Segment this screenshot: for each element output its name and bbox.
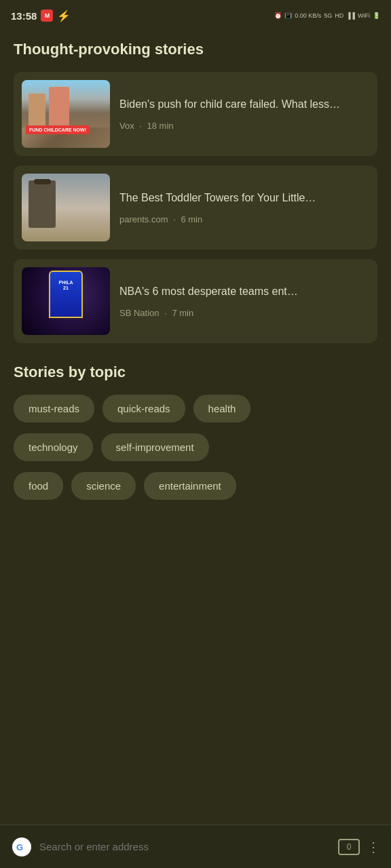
status-bar: 13:58 M ⚡ ⏰ 📳 0.00 KB/s 5G HD ▐▐ WiFi 🔋 [0, 0, 391, 30]
svg-text:G: G [16, 842, 23, 852]
meta-dot-1: · [139, 121, 144, 131]
topic-chip-technology[interactable]: technology [14, 433, 93, 461]
story-readtime-2: 6 min [181, 214, 202, 224]
more-menu-icon[interactable]: ⋮ [367, 839, 380, 855]
browser-bar: G 0 ⋮ [0, 825, 391, 868]
vibrate-icon: 📳 [284, 12, 292, 19]
story-source-3: SB Nation [119, 308, 160, 318]
status-bar-left: 13:58 M ⚡ [11, 9, 71, 22]
signal-bars-icon: ▐▐ [346, 12, 355, 19]
data-speed: 0.00 KB/s [295, 12, 321, 19]
wifi-icon: WiFi [358, 12, 370, 19]
story-meta-3: SB Nation · 7 min [119, 308, 369, 318]
topics-row-2: technology self-improvement [14, 433, 377, 461]
google-logo: G [11, 836, 33, 858]
story-title-1: Biden's push for child care failed. What… [119, 97, 369, 112]
status-bar-right: ⏰ 📳 0.00 KB/s 5G HD ▐▐ WiFi 🔋 [274, 12, 380, 19]
battery-icon: 🔋 [373, 12, 380, 19]
main-content: Thought-provoking stories Biden's push f… [0, 30, 391, 343]
story-card-3[interactable]: PHILA21 NBA's 6 most desperate teams ent… [14, 259, 377, 343]
story-meta-1: Vox · 18 min [119, 121, 369, 131]
topic-chip-entertainment[interactable]: entertainment [144, 472, 236, 500]
thought-provoking-title: Thought-provoking stories [14, 41, 377, 58]
story-card-1[interactable]: Biden's push for child care failed. What… [14, 72, 377, 156]
flash-icon: ⚡ [57, 9, 71, 22]
story-source-1: Vox [119, 121, 134, 131]
topics-section: Stories by topic must-reads quick-reads … [0, 363, 391, 500]
topic-chip-quick-reads[interactable]: quick-reads [103, 395, 185, 422]
story-thumbnail-3: PHILA21 [22, 267, 110, 335]
topic-chip-self-improvement[interactable]: self-improvement [101, 433, 209, 461]
story-meta-2: parents.com · 6 min [119, 214, 369, 224]
tabs-count[interactable]: 0 [338, 839, 360, 855]
topic-chip-health[interactable]: health [193, 395, 251, 422]
story-readtime-3: 7 min [172, 308, 193, 318]
topic-chip-food[interactable]: food [14, 472, 63, 500]
toddler-thumb-image [22, 174, 110, 241]
status-time: 13:58 [11, 10, 37, 22]
signal-5g-icon: 5G [324, 12, 332, 19]
topics-row-1: must-reads quick-reads health [14, 395, 377, 422]
story-info-1: Biden's push for child care failed. What… [119, 97, 369, 130]
story-title-2: The Best Toddler Towers for Your Little… [119, 191, 369, 205]
childcare-buildings [22, 80, 110, 127]
story-card-2[interactable]: The Best Toddler Towers for Your Little…… [14, 165, 377, 250]
story-info-2: The Best Toddler Towers for Your Little…… [119, 191, 369, 224]
story-title-3: NBA's 6 most desperate teams ent… [119, 284, 369, 299]
meta-dot-2: · [173, 214, 178, 224]
meta-dot-3: · [164, 308, 169, 318]
story-info-3: NBA's 6 most desperate teams ent… SB Nat… [119, 284, 369, 317]
signal-hd-icon: HD [335, 12, 343, 19]
search-input[interactable] [39, 841, 331, 852]
story-thumbnail-1 [22, 80, 110, 148]
story-readtime-1: 18 min [147, 121, 174, 131]
alarm-icon: ⏰ [274, 12, 282, 19]
topic-chip-must-reads[interactable]: must-reads [14, 395, 94, 422]
story-source-2: parents.com [119, 214, 168, 224]
topics-title: Stories by topic [14, 363, 377, 381]
app-icon: M [41, 9, 53, 22]
topics-row-3: food science entertainment [14, 472, 377, 500]
nba-thumb-image: PHILA21 [22, 267, 110, 335]
story-thumbnail-2 [22, 174, 110, 241]
childcare-thumb-image [22, 80, 110, 148]
topic-chip-science[interactable]: science [71, 472, 136, 500]
